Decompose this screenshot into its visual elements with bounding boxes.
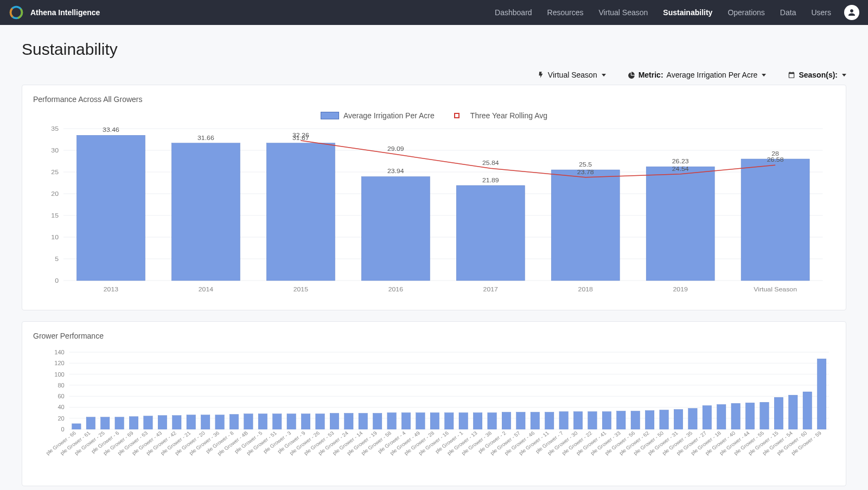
calendar-icon: [788, 71, 795, 79]
svg-rect-73: [129, 417, 138, 429]
user-avatar[interactable]: [844, 5, 859, 20]
chart1-svg: 0510152025303533.46201331.66201431.67201…: [33, 123, 835, 297]
svg-rect-111: [401, 413, 410, 429]
svg-rect-65: [72, 424, 81, 429]
svg-rect-34: [551, 170, 620, 281]
virtual-season-dropdown[interactable]: Virtual Season: [537, 71, 606, 79]
svg-rect-83: [201, 415, 209, 429]
svg-text:33.46: 33.46: [103, 126, 119, 133]
svg-text:29.09: 29.09: [387, 145, 404, 152]
svg-text:2015: 2015: [293, 286, 308, 292]
svg-rect-75: [144, 416, 152, 429]
svg-rect-153: [703, 405, 711, 429]
svg-rect-67: [86, 417, 95, 429]
svg-rect-147: [660, 410, 668, 430]
svg-rect-163: [774, 397, 783, 429]
svg-text:5: 5: [55, 256, 59, 262]
svg-rect-141: [617, 411, 626, 429]
svg-rect-143: [631, 411, 640, 429]
pie-chart-icon: [628, 71, 635, 79]
svg-text:21.89: 21.89: [482, 177, 499, 183]
svg-rect-161: [760, 402, 769, 429]
svg-rect-31: [456, 186, 525, 281]
svg-text:2019: 2019: [673, 286, 687, 292]
nav-link-operations[interactable]: Operations: [727, 8, 764, 17]
svg-text:80: 80: [58, 382, 64, 388]
svg-text:100: 100: [54, 371, 65, 377]
svg-rect-131: [545, 412, 554, 429]
svg-text:31.66: 31.66: [197, 134, 214, 141]
svg-text:26.23: 26.23: [672, 158, 689, 164]
svg-rect-22: [171, 143, 240, 281]
svg-rect-77: [158, 416, 167, 429]
svg-text:30: 30: [51, 147, 59, 154]
chart2-title: Grower Performance: [33, 332, 835, 340]
metric-dropdown[interactable]: Metric: Average Irrigation Per Acre: [628, 71, 767, 79]
grower-performance-card: Grower Performance 020406080100120140ple…: [22, 321, 846, 486]
svg-rect-119: [459, 413, 468, 429]
nav-link-virtual-season[interactable]: Virtual Season: [599, 8, 648, 17]
svg-rect-115: [430, 413, 439, 429]
svg-rect-101: [330, 413, 339, 429]
svg-rect-117: [445, 413, 454, 429]
svg-text:20: 20: [58, 415, 64, 421]
chevron-down-icon: [602, 74, 606, 77]
legend-line[interactable]: Three Year Rolling Avg: [448, 111, 547, 120]
svg-rect-89: [244, 414, 253, 429]
svg-rect-129: [531, 412, 539, 429]
bar-swatch-icon: [321, 112, 339, 119]
svg-text:2014: 2014: [199, 286, 214, 292]
svg-text:Virtual Season: Virtual Season: [754, 286, 797, 292]
svg-text:2017: 2017: [483, 286, 498, 292]
svg-text:32.26: 32.26: [292, 132, 309, 138]
chart2-svg: 020406080100120140ple Grower - 66ple Gro…: [33, 348, 835, 473]
svg-rect-69: [101, 417, 110, 429]
brand-title: Athena Intelligence: [30, 8, 100, 17]
svg-rect-91: [258, 414, 267, 429]
svg-rect-123: [488, 413, 496, 429]
svg-rect-159: [745, 403, 754, 429]
svg-rect-145: [645, 411, 654, 429]
svg-rect-95: [287, 414, 296, 429]
svg-rect-107: [373, 413, 381, 429]
svg-rect-37: [646, 167, 714, 281]
nav-link-dashboard[interactable]: Dashboard: [495, 8, 532, 17]
svg-rect-85: [215, 415, 224, 429]
nav-link-sustainability[interactable]: Sustainability: [663, 8, 712, 17]
svg-text:23.94: 23.94: [387, 168, 404, 174]
svg-rect-157: [731, 403, 740, 429]
svg-rect-137: [588, 412, 597, 429]
svg-rect-81: [187, 415, 195, 429]
chevron-down-icon: [762, 74, 766, 77]
svg-text:2018: 2018: [578, 286, 593, 292]
nav-link-users[interactable]: Users: [811, 8, 831, 17]
svg-text:25.84: 25.84: [482, 160, 499, 166]
bolt-icon: [537, 71, 545, 79]
svg-rect-155: [717, 404, 726, 429]
svg-rect-149: [674, 409, 682, 429]
performance-across-growers-card: Performance Across All Growers Average I…: [22, 85, 846, 310]
svg-text:25.5: 25.5: [579, 161, 592, 168]
svg-text:2013: 2013: [104, 286, 118, 292]
svg-text:25: 25: [51, 169, 59, 175]
nav-link-data[interactable]: Data: [780, 8, 796, 17]
svg-rect-121: [473, 413, 482, 429]
svg-text:23.78: 23.78: [577, 168, 594, 175]
svg-rect-169: [817, 359, 826, 429]
svg-rect-135: [573, 412, 582, 429]
svg-text:35: 35: [51, 125, 59, 132]
nav-link-resources[interactable]: Resources: [547, 8, 584, 17]
svg-rect-103: [344, 413, 353, 429]
legend-bar[interactable]: Average Irrigation Per Acre: [321, 111, 435, 120]
brand-logo-icon: [9, 5, 24, 20]
svg-text:26.58: 26.58: [767, 156, 784, 163]
svg-rect-28: [361, 176, 430, 281]
svg-rect-19: [76, 135, 145, 281]
svg-rect-93: [273, 414, 282, 429]
seasons-dropdown[interactable]: Season(s):: [788, 71, 846, 79]
svg-rect-139: [602, 412, 611, 429]
svg-rect-105: [359, 413, 367, 429]
svg-text:0: 0: [55, 277, 59, 284]
svg-rect-109: [387, 413, 396, 429]
chart1-title: Performance Across All Growers: [33, 95, 835, 104]
